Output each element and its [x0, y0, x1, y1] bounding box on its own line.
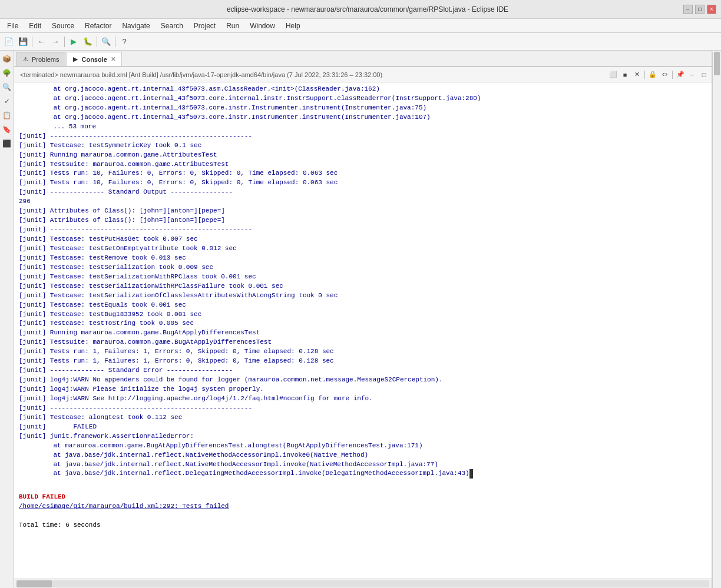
h-scroll-area[interactable] — [14, 579, 712, 588]
sidebar-icon-package[interactable]: 📦 — [1, 53, 13, 65]
console-output[interactable]: at org.jacoco.agent.rt.internal_43f5073.… — [14, 82, 712, 579]
problems-icon: ⚠ — [23, 56, 28, 62]
console-toolbar: <terminated> newmarauroa build.xml [Ant … — [14, 67, 712, 82]
console-line: [junit] --------------------------------… — [19, 225, 707, 235]
console-scroll-lock-btn[interactable]: 🔒 — [647, 69, 658, 80]
console-line: [junit] Testcase: testSerialization took… — [19, 263, 707, 273]
build-failed-label: BUILD FAILED — [19, 483, 707, 502]
toolbar-sep-2 — [64, 36, 65, 47]
console-line: at marauroa.common.game.BugAtApplyDiffer… — [19, 441, 707, 451]
content-area: ⚠ Problems ▶ Console ✕ <terminated> newm… — [14, 51, 712, 588]
console-line: [junit] Testcase: testSymmetricKey took … — [19, 141, 707, 151]
console-line: [junit] FAILED — [19, 423, 707, 432]
tab-console-label: Console — [81, 56, 107, 63]
console-line: [junit] Tests run: 1, Failures: 1, Error… — [19, 347, 707, 357]
sidebar-icon-bookmarks[interactable]: 🔖 — [1, 124, 13, 135]
sidebar-icon-tasks[interactable]: ✓ — [1, 95, 13, 107]
total-time-label: Total time: 6 seconds — [19, 521, 707, 530]
toolbar-sep-4 — [115, 36, 115, 47]
maximize-button[interactable]: □ — [695, 5, 705, 14]
console-word-wrap-btn[interactable]: ⇔ — [659, 69, 670, 80]
toolbar-help[interactable]: ? — [118, 35, 131, 48]
tab-problems-label: Problems — [32, 56, 59, 63]
console-line: [junit] Testcase: testEquals took 0.001 … — [19, 301, 707, 310]
console-line: [junit] Testcase: testSerializationWithR… — [19, 282, 707, 291]
tab-console-close[interactable]: ✕ — [111, 56, 115, 62]
minimize-button[interactable]: − — [683, 5, 693, 14]
menu-item-navigate[interactable]: Navigate — [117, 21, 154, 31]
menu-item-source[interactable]: Source — [47, 21, 79, 31]
toolbar-back[interactable]: ← — [35, 35, 48, 48]
console-terminate-btn[interactable]: ■ — [620, 69, 630, 80]
menu-bar: FileEditSourceRefactorNavigateSearchProj… — [0, 19, 721, 33]
tab-bar: ⚠ Problems ▶ Console ✕ — [14, 51, 712, 67]
console-line: [junit] Testcase: testGetOnEmptyattribut… — [19, 244, 707, 254]
console-line: at org.jacoco.agent.rt.internal_43f5073.… — [19, 113, 707, 122]
console-maximize-btn[interactable]: □ — [699, 69, 709, 80]
console-line: [junit] log4j:WARN No appenders could be… — [19, 376, 707, 385]
console-line: [junit] Testcase: testRemove took 0.013 … — [19, 254, 707, 263]
console-line: [junit] log4j:WARN Please initialize the… — [19, 385, 707, 394]
console-line: at org.jacoco.agent.rt.internal_43f5073.… — [19, 104, 707, 113]
toolbar-forward[interactable]: → — [49, 35, 62, 48]
console-icon: ▶ — [73, 56, 78, 62]
window-controls[interactable]: − □ × — [683, 5, 716, 14]
toolbar-run[interactable]: ▶ — [67, 35, 80, 48]
menu-item-project[interactable]: Project — [189, 21, 220, 31]
sidebar-icon-hierarchy[interactable]: 🌳 — [1, 67, 13, 79]
left-sidebar: 📦 🌳 🔍 ✓ 📋 🔖 ⬛ — [0, 51, 14, 588]
right-sidebar — [712, 51, 721, 588]
console-clear-btn[interactable]: ⬜ — [608, 69, 619, 80]
menu-item-file[interactable]: File — [2, 21, 23, 31]
console-line: [junit] -------------- Standard Output -… — [19, 188, 707, 197]
toolbar-debug[interactable]: 🐛 — [81, 35, 94, 48]
console-line: [junit] Testcase: testSerializationWithR… — [19, 273, 707, 282]
build-path-link[interactable]: /home/csimage/git/marauroa/build.xml:292… — [19, 502, 707, 511]
console-minimize-btn[interactable]: − — [687, 69, 697, 80]
console-line: [junit] Testcase: alongtest took 0.112 s… — [19, 413, 707, 423]
menu-item-search[interactable]: Search — [156, 21, 188, 31]
menu-item-window[interactable]: Window — [245, 21, 280, 31]
console-line: at org.jacoco.agent.rt.internal_43f5073.… — [19, 94, 707, 104]
toolbar-sep-3 — [97, 36, 97, 47]
menu-item-refactor[interactable]: Refactor — [80, 21, 116, 31]
console-remove-btn[interactable]: ✕ — [631, 69, 642, 80]
console-line: [junit] Tests run: 1, Failures: 1, Error… — [19, 357, 707, 366]
console-line: at java.base/jdk.internal.reflect.Native… — [19, 451, 707, 460]
console-line: [junit] -------------- Standard Error --… — [19, 366, 707, 376]
menu-item-help[interactable]: Help — [281, 21, 305, 31]
tab-problems[interactable]: ⚠ Problems — [16, 52, 65, 66]
console-line: [junit] Attributes of Class(): [john=][a… — [19, 216, 707, 225]
console-line: [junit] Testsuite: marauroa.common.game.… — [19, 160, 707, 170]
console-line: [junit] Running marauroa.common.game.Bug… — [19, 328, 707, 338]
main-layout: 📦 🌳 🔍 ✓ 📋 🔖 ⬛ ⚠ Problems ▶ Console ✕ <te… — [0, 51, 721, 588]
console-line: [junit] junit.framework.AssertionFailedE… — [19, 432, 707, 441]
console-line: at java.base/jdk.internal.reflect.Delega… — [19, 469, 707, 479]
console-line: [junit] Tests run: 10, Failures: 0, Erro… — [19, 169, 707, 178]
console-line: [junit] Testcase: testToString took 0.00… — [19, 319, 707, 328]
sidebar-icon-outline[interactable]: 📋 — [1, 109, 13, 121]
console-pin-btn[interactable]: 📌 — [675, 69, 686, 80]
toolbar-search[interactable]: 🔍 — [100, 35, 113, 48]
console-line: [junit] Running marauroa.common.game.Att… — [19, 151, 707, 160]
console-line: at java.base/jdk.internal.reflect.Native… — [19, 460, 707, 470]
sidebar-icon-terminal[interactable]: ⬛ — [1, 138, 13, 150]
window-title: eclipse-workspace - newmarauroa/src/mara… — [52, 5, 683, 14]
console-line: ... 53 more — [19, 122, 707, 132]
close-button[interactable]: × — [707, 5, 716, 14]
title-bar: eclipse-workspace - newmarauroa/src/mara… — [0, 0, 721, 19]
toolbar-new[interactable]: 📄 — [2, 35, 15, 48]
menu-item-edit[interactable]: Edit — [24, 21, 46, 31]
toolbar-sep-1 — [32, 36, 32, 47]
toolbar: 📄 💾 ← → ▶ 🐛 🔍 ? — [0, 33, 721, 51]
console-line: [junit] Testsuite: marauroa.common.game.… — [19, 338, 707, 347]
console-sep-2 — [672, 71, 673, 79]
tab-console[interactable]: ▶ Console ✕ — [67, 52, 121, 66]
console-header: <terminated> newmarauroa build.xml [Ant … — [16, 71, 607, 78]
console-line: [junit] --------------------------------… — [19, 132, 707, 141]
console-line: [junit] Testcase: testBug1833952 took 0.… — [19, 310, 707, 320]
console-sep-1 — [644, 71, 645, 79]
sidebar-icon-search[interactable]: 🔍 — [1, 81, 13, 93]
menu-item-run[interactable]: Run — [221, 21, 244, 31]
toolbar-save[interactable]: 💾 — [16, 35, 29, 48]
